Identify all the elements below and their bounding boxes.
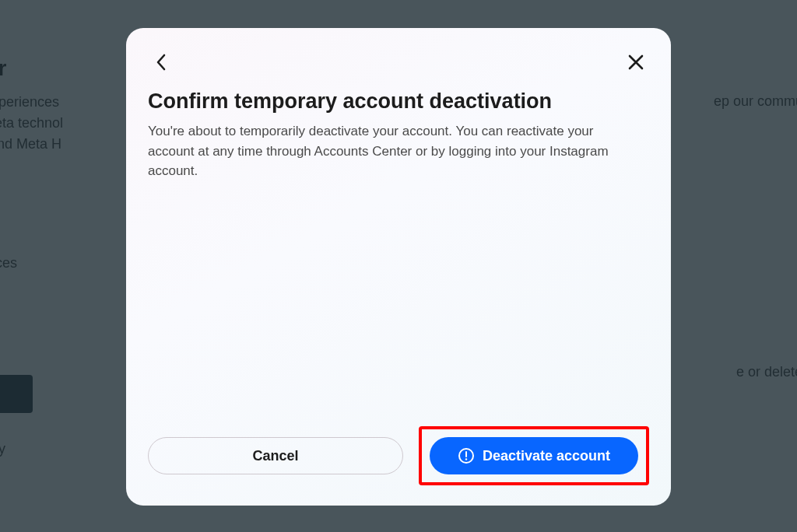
deactivate-highlight-box: Deactivate account [419,426,649,485]
close-icon [628,54,644,70]
deactivate-account-button[interactable]: Deactivate account [430,437,638,474]
chevron-left-icon [156,54,167,71]
alert-circle-icon [458,447,475,464]
close-button[interactable] [623,49,649,75]
cancel-button[interactable]: Cancel [148,437,403,474]
modal-spacer [148,181,649,426]
modal-description: You're about to temporarily deactivate y… [148,121,615,181]
modal-title: Confirm temporary account deactivation [148,89,649,114]
deactivate-button-label: Deactivate account [483,448,610,464]
svg-point-2 [465,458,467,460]
modal-actions: Cancel Deactivate account [148,426,649,485]
back-button[interactable] [148,49,174,75]
modal-header [148,48,649,76]
confirm-deactivation-modal: Confirm temporary account deactivation Y… [126,28,671,506]
